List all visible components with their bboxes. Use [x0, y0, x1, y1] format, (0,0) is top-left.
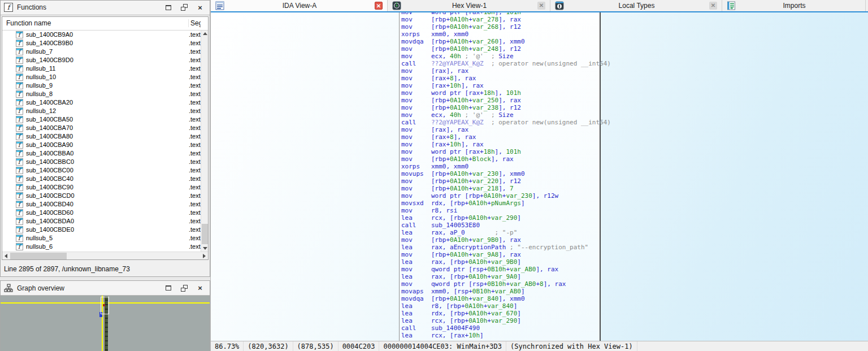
- horizontal-scrollbar-thumb[interactable]: [10, 253, 67, 259]
- column-function-name[interactable]: Function name: [2, 19, 188, 27]
- disassembly-line[interactable]: movdqa [rbp+0A10h+var_260], xmm0: [401, 38, 600, 45]
- function-row[interactable]: sub_1400CBD40.text: [2, 200, 201, 209]
- disassembly-line[interactable]: lea rdx, [rbp+0A10h+var_670]: [401, 310, 600, 317]
- disassembly-line[interactable]: mov [rbp+0A10h+var_238], r12: [401, 104, 600, 111]
- disassembly-line[interactable]: movdqa [rbp+0A10h+var_840], xmm0: [401, 295, 600, 302]
- disassembly-line[interactable]: mov [rbp+0A10h+var_250], rax: [401, 97, 600, 104]
- disassembly-line[interactable]: xorps xmm0, xmm0: [401, 31, 600, 38]
- function-row[interactable]: sub_1400CBBA0.text: [2, 149, 201, 158]
- status-segment: 86.73%: [211, 341, 244, 351]
- disassembly-line[interactable]: xorps xmm0, xmm0: [401, 163, 600, 170]
- disassembly-line[interactable]: mov word ptr [rax+18h], 101h: [401, 89, 600, 97]
- disassembly-line[interactable]: mov [rax], rax: [401, 126, 600, 133]
- function-row[interactable]: sub_1400CBA70.text: [2, 124, 201, 132]
- disassembly-line[interactable]: mov [rbp+0A10h+var_9B0], rax: [401, 236, 600, 244]
- tab-close-icon[interactable]: ✕: [375, 2, 383, 10]
- function-row[interactable]: nullsub_12.text: [2, 107, 201, 115]
- function-row[interactable]: sub_1400CBD60.text: [2, 209, 201, 217]
- close-icon[interactable]: ×: [196, 3, 204, 11]
- disassembly-line[interactable]: mov [rbp+0A10h+var_9A8], rax: [401, 251, 600, 258]
- function-row[interactable]: sub_1400CBCD0.text: [2, 192, 201, 200]
- disassembly-line[interactable]: call sub_140053E80: [401, 222, 600, 229]
- column-seg[interactable]: Seg: [188, 19, 201, 27]
- disassembly-line[interactable]: lea rcx, [rbp+0A10h+var_290]: [401, 214, 600, 222]
- scroll-left-icon[interactable]: [2, 252, 10, 260]
- disassembly-line[interactable]: mov [rbp+0A10h+var_218], 7: [401, 185, 600, 192]
- function-row[interactable]: nullsub_7.text: [2, 47, 201, 56]
- graph-overview-canvas[interactable]: [1, 296, 210, 351]
- disassembly-line[interactable]: mov qword ptr [rsp+0B10h+var_AB0+8], rax: [401, 280, 600, 288]
- function-row[interactable]: sub_1400CB9A0.text: [2, 31, 201, 39]
- function-row[interactable]: sub_1400CBC40.text: [2, 175, 201, 183]
- disassembly-line[interactable]: mov [rbp+0A10h+var_248], r12: [401, 45, 600, 53]
- viewport-rectangle[interactable]: [101, 297, 109, 314]
- tab-ida-view-a[interactable]: IDA View-A✕: [211, 0, 388, 11]
- disassembly-line[interactable]: mov [rax+8], rax: [401, 133, 600, 141]
- disassembly-line[interactable]: mov word ptr [rax+18h], 101h: [401, 148, 600, 155]
- disassembly-line[interactable]: mov [rax+8], rax: [401, 75, 600, 82]
- disassembly-line[interactable]: call sub_14004F490: [401, 324, 600, 332]
- tab-imports[interactable]: Imports✕: [722, 0, 866, 11]
- function-row[interactable]: sub_1400CBDE0.text: [2, 226, 201, 234]
- disassembly-line[interactable]: call ??2@YAPEAX_K@Z ; operator new(unsig…: [401, 60, 600, 67]
- tab-local-types[interactable]: Local Types✕: [550, 0, 722, 11]
- disassembly-line[interactable]: lea rcx, [rax+10h]: [401, 332, 600, 339]
- disassembly-line[interactable]: mov [rax+10h], rax: [401, 141, 600, 148]
- function-row[interactable]: sub_1400CBA80.text: [2, 132, 201, 141]
- disassembly-line[interactable]: lea r8, [rbp+0A10h+var_840]: [401, 302, 600, 310]
- function-row[interactable]: nullsub_8.text: [2, 90, 201, 98]
- tab-close-icon[interactable]: ✕: [709, 2, 717, 10]
- disassembly-line[interactable]: mov [rbp+0A10h+Block], rax: [401, 155, 600, 163]
- horizontal-scrollbar[interactable]: [2, 252, 208, 259]
- function-row[interactable]: sub_1400CBC00.text: [2, 166, 201, 175]
- function-row[interactable]: sub_1400CB9D0.text: [2, 56, 201, 64]
- disassembly-line[interactable]: mov word ptr [rbp+0A10h+var_230], r12w: [401, 192, 600, 200]
- float-window-icon[interactable]: [180, 284, 188, 292]
- disassembly-line[interactable]: mov r8, rsi: [401, 207, 600, 214]
- vertical-scrollbar-thumb[interactable]: [202, 224, 208, 244]
- close-icon[interactable]: ×: [196, 284, 204, 292]
- disassembly-line[interactable]: lea rax, aP_0 ; "-p": [401, 229, 600, 236]
- tab-close-icon[interactable]: ✕: [537, 2, 545, 10]
- function-row[interactable]: sub_1400CB9B0.text: [2, 39, 201, 47]
- function-row[interactable]: nullsub_9.text: [2, 81, 201, 90]
- disassembly-line[interactable]: movsxd rdx, [rbp+0A10h+pNumArgs]: [401, 200, 600, 207]
- maximize-icon[interactable]: [164, 284, 172, 292]
- functions-list-header[interactable]: Function name Seg: [2, 17, 208, 31]
- ida-view-canvas[interactable]: mov word ptr [rax+18h], 101hmov [rbp+0A1…: [211, 12, 868, 341]
- function-row[interactable]: sub_1400CBA90.text: [2, 141, 201, 149]
- disassembly-line[interactable]: movaps xmm0, [rsp+0B10h+var_AB0]: [401, 288, 600, 295]
- disassembly-line[interactable]: mov [rax+10h], rax: [401, 82, 600, 89]
- disassembly-line[interactable]: lea rcx, [rbp+0A10h+var_290]: [401, 317, 600, 324]
- function-row[interactable]: nullsub_11.text: [2, 64, 201, 73]
- disassembly-line[interactable]: movups [rbp+0A10h+var_230], xmm0: [401, 170, 600, 177]
- function-row[interactable]: nullsub_10.text: [2, 73, 201, 81]
- disassembly-line[interactable]: lea rax, [rbp+0A10h+var_9A0]: [401, 273, 600, 280]
- disassembly-line[interactable]: lea rax, [rbp+0A10h+var_9B0]: [401, 258, 600, 266]
- vertical-scrollbar[interactable]: [201, 31, 208, 252]
- float-window-icon[interactable]: [180, 3, 188, 11]
- disassembly-line[interactable]: mov ecx, 40h ; '@' ; Size: [401, 111, 600, 119]
- function-row[interactable]: nullsub_6.text: [2, 242, 201, 251]
- disassembly-line[interactable]: mov [rbp+0A10h+var_268], r12: [401, 23, 600, 31]
- scroll-up-icon[interactable]: [201, 31, 209, 37]
- disassembly-line[interactable]: mov qword ptr [rsp+0B10h+var_AB0], rax: [401, 266, 600, 273]
- disassembly-line[interactable]: lea rax, aEncryptionPath ; "--encryption…: [401, 244, 600, 251]
- disassembly-line[interactable]: mov [rax], rax: [401, 67, 600, 75]
- scroll-down-icon[interactable]: [201, 245, 209, 252]
- disassembly-line[interactable]: mov [rbp+0A10h+var_220], r12: [401, 177, 600, 185]
- function-name: sub_1400CBA70: [26, 124, 189, 131]
- function-row[interactable]: sub_1400CBBC0.text: [2, 158, 201, 166]
- disassembly-line[interactable]: call ??2@YAPEAX_K@Z ; operator new(unsig…: [401, 119, 600, 126]
- tab-hex-view-1[interactable]: Hex View-1✕: [388, 0, 550, 11]
- function-row[interactable]: sub_1400CBDA0.text: [2, 217, 201, 226]
- disassembly-line[interactable]: mov ecx, 40h ; '@' ; Size: [401, 53, 600, 60]
- function-row[interactable]: sub_1400CBA50.text: [2, 115, 201, 124]
- graph-basic-block[interactable]: mov word ptr [rax+18h], 101hmov [rbp+0A1…: [399, 12, 601, 341]
- function-row[interactable]: sub_1400CBC90.text: [2, 183, 201, 192]
- disassembly-line[interactable]: mov [rbp+0A10h+var_278], rax: [401, 16, 600, 23]
- maximize-icon[interactable]: [164, 3, 172, 11]
- function-row[interactable]: nullsub_5.text: [2, 234, 201, 242]
- scroll-right-icon[interactable]: [201, 252, 208, 260]
- function-row[interactable]: sub_1400CBA20.text: [2, 98, 201, 107]
